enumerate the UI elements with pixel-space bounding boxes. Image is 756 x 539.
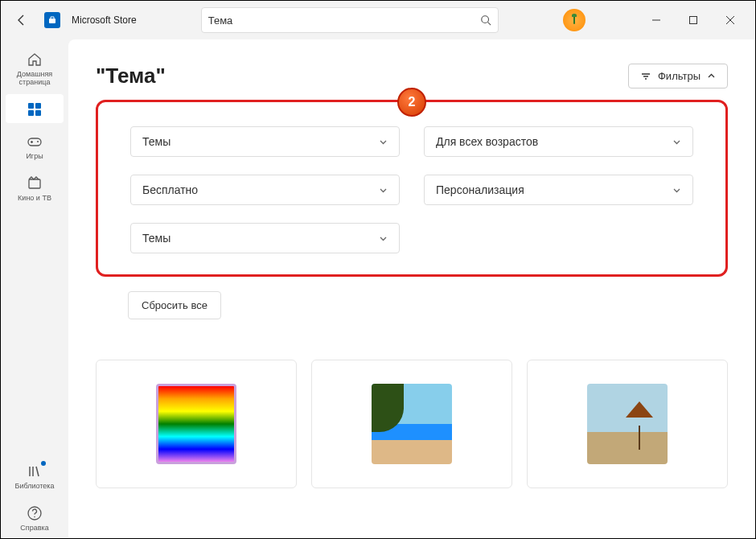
filter-value: Темы <box>142 135 171 148</box>
theme-thumbnail <box>372 384 452 464</box>
svg-rect-4 <box>690 17 697 24</box>
filter-age[interactable]: Для всех возрастов <box>424 126 693 157</box>
store-app-icon <box>44 12 60 28</box>
filter-price[interactable]: Бесплатно <box>130 175 400 205</box>
result-card[interactable] <box>96 360 297 488</box>
maximize-button[interactable] <box>675 7 712 33</box>
search-field[interactable] <box>201 7 499 33</box>
page-title: "Тема" <box>96 64 166 88</box>
nav-help[interactable]: Справка <box>6 498 64 537</box>
chevron-down-icon <box>379 186 388 195</box>
nav-library[interactable]: Библиотека <box>6 456 64 495</box>
minimize-button[interactable] <box>638 7 675 33</box>
reset-filters-button[interactable]: Сбросить все <box>128 291 221 319</box>
profile-avatar[interactable] <box>563 9 585 31</box>
svg-point-1 <box>481 16 488 23</box>
results-grid <box>96 360 728 488</box>
filters-label: Фильтры <box>658 70 701 82</box>
nav-home[interactable]: Домашняя страница <box>6 44 64 91</box>
sidebar: Домашняя страница Игры Кино и ТВ <box>1 39 68 538</box>
filter-value: Темы <box>142 232 171 245</box>
nav-label: Кино и ТВ <box>18 194 51 202</box>
filter-category[interactable]: Темы <box>130 126 400 157</box>
step-badge: 2 <box>397 88 426 117</box>
nav-label: Справка <box>20 524 48 532</box>
svg-rect-11 <box>28 138 41 146</box>
theme-thumbnail <box>587 384 668 464</box>
filter-department[interactable]: Персонализация <box>424 175 693 205</box>
movies-icon <box>26 175 43 192</box>
svg-line-2 <box>487 23 491 26</box>
filter-value: Персонализация <box>436 183 524 196</box>
chevron-down-icon <box>672 186 681 195</box>
search-input[interactable] <box>208 14 480 27</box>
nav-movies[interactable]: Кино и ТВ <box>6 168 64 207</box>
nav-label: Игры <box>26 152 43 160</box>
notification-dot <box>41 461 46 466</box>
result-card[interactable] <box>311 360 512 488</box>
chevron-down-icon <box>379 234 388 243</box>
search-icon[interactable] <box>480 14 491 26</box>
help-icon <box>26 504 43 522</box>
back-button[interactable] <box>7 6 36 35</box>
svg-point-12 <box>37 141 39 142</box>
filters-panel: 2 Темы Для всех возрастов Бесплатно Перс… <box>96 100 728 277</box>
nav-label: Библиотека <box>15 482 55 490</box>
titlebar: Microsoft Store <box>1 1 755 39</box>
chevron-down-icon <box>379 138 388 146</box>
apps-icon <box>26 101 43 118</box>
home-icon <box>26 51 43 68</box>
filters-toggle[interactable]: Фильтры <box>628 64 728 88</box>
chevron-down-icon <box>672 138 681 146</box>
nav-apps[interactable] <box>6 94 64 123</box>
result-card[interactable] <box>527 360 728 488</box>
window-controls <box>638 7 749 33</box>
svg-rect-15 <box>29 179 40 188</box>
filter-value: Бесплатно <box>142 183 198 196</box>
filter-subcategory[interactable]: Темы <box>130 223 400 253</box>
svg-point-20 <box>34 516 35 518</box>
close-button[interactable] <box>712 7 749 33</box>
main-content: "Тема" Фильтры 2 Темы Для всех возраст <box>68 39 755 538</box>
library-icon <box>26 463 43 480</box>
filter-value: Для всех возрастов <box>436 135 538 148</box>
svg-rect-0 <box>49 19 55 23</box>
svg-line-18 <box>36 467 39 476</box>
chevron-up-icon <box>707 72 716 80</box>
nav-games[interactable]: Игры <box>6 126 64 165</box>
nav-label: Домашняя страница <box>6 70 64 86</box>
svg-rect-10 <box>35 110 41 116</box>
svg-rect-8 <box>35 103 41 109</box>
filter-icon <box>640 71 651 82</box>
header-row: "Тема" Фильтры <box>96 64 728 88</box>
svg-rect-9 <box>28 110 34 116</box>
svg-rect-7 <box>28 103 34 109</box>
theme-thumbnail <box>156 384 236 464</box>
app-title: Microsoft Store <box>72 14 137 26</box>
games-icon <box>26 133 43 150</box>
